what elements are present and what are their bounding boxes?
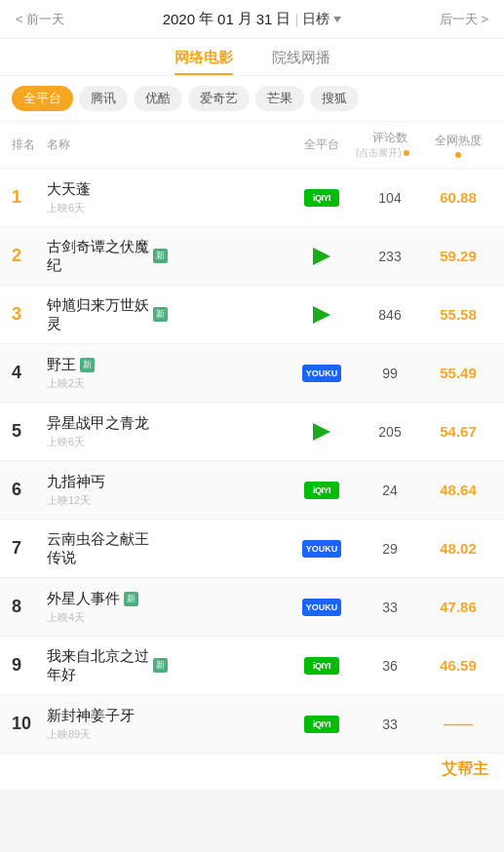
day-label: 31 [256, 11, 273, 27]
platform-logo-col: iQIYI [288, 716, 356, 733]
heat-score: —— [424, 716, 492, 732]
date-selector[interactable]: 2020 年 01 月 31 日 | 日榜 [163, 10, 342, 28]
table-row[interactable]: 7 云南虫谷之献王传说 YOUKU 29 48.02 [0, 520, 504, 578]
tab-cinema-broadcast[interactable]: 院线网播 [272, 49, 330, 75]
iqiyi-logo: iQIYI [304, 716, 339, 733]
rank-number: 5 [12, 421, 47, 442]
youku-logo: YOUKU [302, 599, 341, 616]
table-row[interactable]: 6 九指神丐 上映12天 iQIYI 24 48.64 [0, 461, 504, 520]
movie-title: 钟馗归来万世妖灵 新 [47, 296, 288, 333]
movie-title: 我来自北京之过年好 新 [47, 647, 288, 684]
table-row[interactable]: 2 古剑奇谭之伏魔纪 新 233 59.29 [0, 227, 504, 286]
movie-name-col: 大天蓬 上映6天 [47, 180, 288, 215]
table-row[interactable]: 3 钟馗归来万世妖灵 新 846 55.58 [0, 286, 504, 344]
table-row[interactable]: 8 外星人事件 新 上映4天 YOUKU 33 47.86 [0, 578, 504, 637]
movie-sub-info: 上映2天 [47, 376, 288, 391]
year-label: 2020 [163, 11, 195, 27]
platform-logo-col [288, 421, 356, 443]
day-suffix: 日 [276, 10, 291, 28]
rank-number: 10 [12, 714, 47, 734]
movie-title: 外星人事件 新 [47, 590, 288, 608]
movie-name-col: 野王 新 上映2天 [47, 356, 288, 391]
heat-score: 48.02 [424, 540, 492, 557]
expand-dot-icon [404, 150, 409, 156]
heat-score: 55.49 [424, 365, 492, 381]
col-rank-header: 排名 [12, 136, 47, 153]
movie-sub-info: 上映4天 [47, 610, 288, 625]
movie-title: 异星战甲之青龙 [47, 414, 288, 433]
heat-dot-icon [455, 152, 461, 158]
col-comments-header[interactable]: 评论数 (点击展开) [356, 130, 424, 160]
movie-title: 新封神姜子牙 [47, 707, 288, 725]
comments-count: 104 [356, 190, 424, 206]
header: < 前一天 2020 年 01 月 31 日 | 日榜 后一天 > [0, 0, 504, 39]
platform-mango-btn[interactable]: 芒果 [255, 86, 304, 111]
new-tag: 新 [153, 249, 168, 263]
table-row[interactable]: 4 野王 新 上映2天 YOUKU 99 55.49 [0, 344, 504, 403]
movie-sub-info: 上映6天 [47, 435, 288, 449]
iqiyi-logo: iQIYI [304, 482, 339, 499]
iqiyi-logo: iQIYI [304, 189, 339, 207]
comments-count: 846 [356, 307, 424, 323]
platform-all-btn[interactable]: 全平台 [12, 86, 73, 111]
heat-score: 60.88 [424, 189, 492, 206]
heat-score: 55.58 [424, 306, 492, 323]
movie-name-col: 我来自北京之过年好 新 [47, 647, 288, 684]
rank-number: 4 [12, 363, 47, 383]
table-body: 1 大天蓬 上映6天 iQIYI 104 60.88 2 古剑奇谭之伏魔纪 新 [0, 169, 504, 754]
new-tag: 新 [124, 592, 138, 606]
footer-watermark: 艾帮主 [0, 754, 504, 790]
iqiyi-logo: iQIYI [304, 657, 339, 675]
year-suffix: 年 [199, 10, 213, 28]
tab-online-movie[interactable]: 网络电影 [174, 49, 233, 75]
rank-number: 9 [12, 655, 47, 676]
movie-title: 古剑奇谭之伏魔纪 新 [47, 238, 288, 275]
platform-tencent-btn[interactable]: 腾讯 [79, 86, 128, 111]
table-row[interactable]: 9 我来自北京之过年好 新 iQIYI 36 46.59 [0, 637, 504, 695]
rank-number: 3 [12, 304, 47, 325]
table-row[interactable]: 5 异星战甲之青龙 上映6天 205 54.67 [0, 403, 504, 461]
platform-logo-col: YOUKU [288, 540, 356, 558]
new-tag: 新 [153, 307, 168, 322]
comments-count: 99 [356, 366, 424, 381]
tabs-row: 网络电影 院线网播 [0, 39, 504, 76]
tencent-logo [311, 421, 332, 443]
movie-name-col: 古剑奇谭之伏魔纪 新 [47, 238, 288, 275]
new-tag: 新 [80, 358, 95, 372]
prev-day-btn[interactable]: < 前一天 [16, 11, 64, 28]
movie-sub-info: 上映12天 [47, 493, 288, 508]
platform-logo-col: YOUKU [288, 365, 356, 382]
table-row[interactable]: 10 新封神姜子牙 上映89天 iQIYI 33 —— [0, 695, 504, 754]
month-label: 01 [217, 11, 234, 27]
comments-expand-hint[interactable]: (点击展开) [356, 146, 424, 160]
movie-name-col: 异星战甲之青龙 上映6天 [47, 414, 288, 449]
heat-score: 54.67 [424, 423, 492, 440]
list-type[interactable]: 日榜 [302, 11, 341, 28]
heat-score: 59.29 [424, 248, 492, 264]
new-tag: 新 [153, 658, 168, 673]
table-row[interactable]: 1 大天蓬 上映6天 iQIYI 104 60.88 [0, 169, 504, 227]
rank-number: 2 [12, 246, 47, 266]
heat-score: 48.64 [424, 482, 492, 498]
platform-sohu-btn[interactable]: 搜狐 [310, 86, 359, 111]
comments-count: 205 [356, 424, 424, 440]
comments-count: 33 [356, 716, 424, 732]
col-name-header: 名称 [47, 136, 288, 153]
rank-number: 7 [12, 538, 47, 559]
platform-filter: 全平台 腾讯 优酷 爱奇艺 芒果 搜狐 [0, 76, 504, 122]
rank-number: 8 [12, 597, 47, 617]
col-heat-header: 全网热度 [424, 133, 492, 158]
movie-name-col: 新封神姜子牙 上映89天 [47, 707, 288, 742]
platform-youku-btn[interactable]: 优酷 [134, 86, 182, 111]
platform-iqiyi-btn[interactable]: 爱奇艺 [188, 86, 250, 111]
svg-marker-1 [313, 306, 330, 324]
next-day-btn[interactable]: 后一天 > [440, 11, 488, 28]
svg-marker-0 [313, 248, 330, 265]
tencent-logo [311, 246, 332, 267]
movie-name-col: 云南虫谷之献王传说 [47, 530, 288, 567]
heat-score: 46.59 [424, 657, 492, 674]
tencent-logo [311, 304, 332, 326]
platform-logo-col: YOUKU [288, 599, 356, 616]
heat-score: 47.86 [424, 599, 492, 615]
month-suffix: 月 [238, 10, 252, 28]
